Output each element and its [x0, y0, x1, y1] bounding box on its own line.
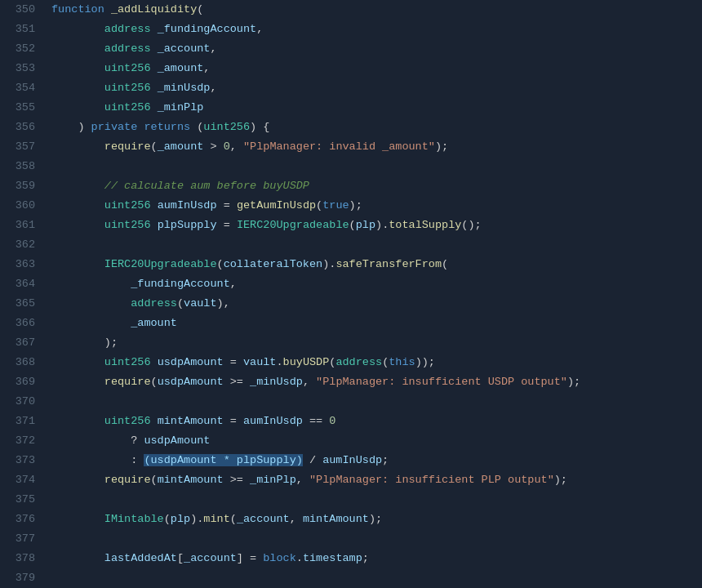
line-number: 372 — [0, 431, 35, 451]
line-number: 351 — [0, 20, 35, 39]
line-number: 364 — [0, 274, 35, 294]
line-number: 356 — [0, 118, 35, 137]
code-line: : (usdpAmount * plpSupply) / aumInUsdp; — [51, 451, 702, 470]
code-line: address _fundingAccount, — [51, 20, 702, 39]
code-line — [51, 235, 702, 255]
code-line: uint256 aumInUsdp = getAumInUsdp(true); — [51, 196, 702, 216]
code-line — [51, 392, 702, 412]
code-line: uint256 _minPlp — [51, 98, 702, 118]
code-line: uint256 plpSupply = IERC20Upgradeable(pl… — [51, 216, 702, 235]
line-number: 357 — [0, 137, 35, 157]
line-number: 361 — [0, 216, 35, 235]
line-number: 358 — [0, 157, 35, 176]
line-number: 365 — [0, 294, 35, 314]
code-line: address(vault), — [51, 294, 702, 314]
line-number: 366 — [0, 314, 35, 333]
line-number: 354 — [0, 78, 35, 98]
line-numbers: 3503513523533543553563573583593603613623… — [0, 0, 45, 588]
line-number: 353 — [0, 59, 35, 78]
code-line: ) private returns (uint256) { — [51, 118, 702, 137]
line-number: 377 — [0, 529, 35, 549]
code-line: IERC20Upgradeable(collateralToken).safeT… — [51, 255, 702, 274]
line-number: 350 — [0, 0, 35, 20]
line-number: 368 — [0, 353, 35, 372]
code-line: require(mintAmount >= _minPlp, "PlpManag… — [51, 470, 702, 490]
code-line: require(_amount > 0, "PlpManager: invali… — [51, 137, 702, 157]
line-number: 371 — [0, 412, 35, 431]
line-number: 370 — [0, 392, 35, 412]
code-line: uint256 _minUsdp, — [51, 78, 702, 98]
line-number: 373 — [0, 451, 35, 470]
code-line — [51, 490, 702, 510]
code-line: ); — [51, 333, 702, 353]
line-number: 369 — [0, 372, 35, 392]
code-line: uint256 usdpAmount = vault.buyUSDP(addre… — [51, 353, 702, 372]
line-number: 362 — [0, 235, 35, 255]
line-number: 360 — [0, 196, 35, 216]
code-line: address _account, — [51, 39, 702, 59]
line-number: 374 — [0, 470, 35, 490]
code-editor: 3503513523533543553563573583593603613623… — [0, 0, 702, 588]
line-number: 367 — [0, 333, 35, 353]
code-line: _amount — [51, 314, 702, 333]
line-number: 378 — [0, 549, 35, 568]
line-number: 375 — [0, 490, 35, 510]
code-line: // calculate aum before buyUSDP — [51, 176, 702, 196]
code-line: ? usdpAmount — [51, 431, 702, 451]
code-line: _fundingAccount, — [51, 274, 702, 294]
code-line: IMintable(plp).mint(_account, mintAmount… — [51, 510, 702, 529]
line-number: 379 — [0, 568, 35, 588]
code-line — [51, 529, 702, 549]
line-number: 359 — [0, 176, 35, 196]
code-line — [51, 157, 702, 176]
line-number: 355 — [0, 98, 35, 118]
code-line — [51, 568, 702, 588]
code-line: lastAddedAt[_account] = block.timestamp; — [51, 549, 702, 568]
line-number: 363 — [0, 255, 35, 274]
code-line: uint256 mintAmount = aumInUsdp == 0 — [51, 412, 702, 431]
code-content[interactable]: function _addLiquidity( address _funding… — [45, 0, 702, 588]
code-line: function _addLiquidity( — [51, 0, 702, 20]
line-number: 376 — [0, 510, 35, 529]
line-number: 352 — [0, 39, 35, 59]
code-line: require(usdpAmount >= _minUsdp, "PlpMana… — [51, 372, 702, 392]
code-line: uint256 _amount, — [51, 59, 702, 78]
